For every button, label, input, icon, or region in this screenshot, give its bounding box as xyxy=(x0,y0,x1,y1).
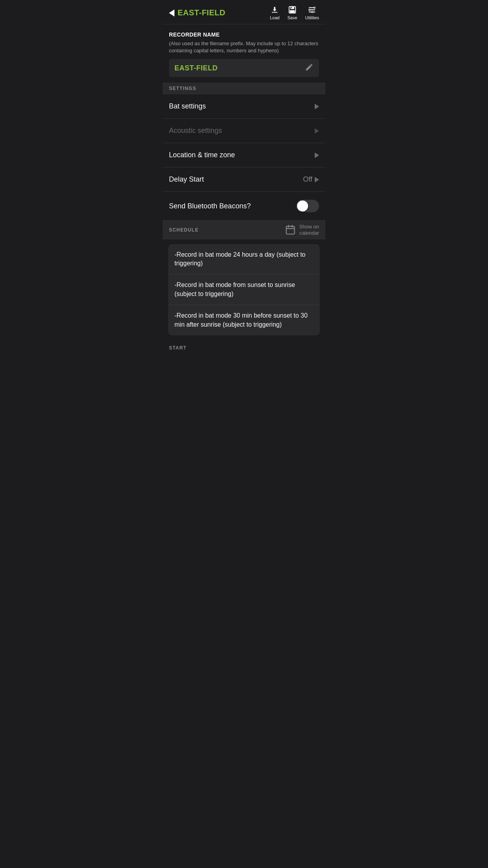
settings-list: Bat settings Acoustic settings Location … xyxy=(163,94,325,221)
delay-start-label: Delay Start xyxy=(169,175,204,184)
schedule-option-2[interactable]: -Record in bat mode from sunset to sunri… xyxy=(168,274,320,305)
recorder-name-section: RECORDER NAME (Also used as the filename… xyxy=(163,24,325,83)
load-icon xyxy=(270,6,279,14)
bluetooth-label: Send Bluetooth Beacons? xyxy=(169,202,251,210)
recorder-name-label: RECORDER NAME xyxy=(169,31,319,38)
settings-section-label: SETTINGS xyxy=(169,86,196,91)
location-timezone-right xyxy=(315,153,319,158)
recorder-name-description: (Also used as the filename prefix. May i… xyxy=(169,40,319,54)
chevron-left-icon xyxy=(169,9,174,17)
bat-settings-right xyxy=(315,104,319,109)
edit-icon[interactable] xyxy=(305,63,314,73)
bat-settings-label: Bat settings xyxy=(169,102,206,110)
bat-settings-chevron xyxy=(315,104,319,109)
bluetooth-toggle-row: Send Bluetooth Beacons? xyxy=(163,192,325,221)
acoustic-settings-label: Acoustic settings xyxy=(169,127,222,135)
toggle-thumb xyxy=(297,200,308,211)
svg-rect-4 xyxy=(291,7,292,9)
delay-start-chevron xyxy=(315,177,319,182)
schedule-section-header: SCHEDULE Show oncalendar xyxy=(163,221,325,239)
start-section: START xyxy=(163,340,325,353)
svg-rect-3 xyxy=(290,10,295,13)
save-button[interactable]: Save xyxy=(287,6,297,20)
save-icon xyxy=(288,6,297,14)
utilities-icon xyxy=(308,6,316,14)
schedule-options-list: -Record in bat mode 24 hours a day (subj… xyxy=(168,244,320,335)
delay-start-item[interactable]: Delay Start Off xyxy=(163,167,325,192)
schedule-option-1[interactable]: -Record in bat mode 24 hours a day (subj… xyxy=(168,244,320,275)
app-header: EAST-FIELD Load Save xyxy=(163,0,325,24)
save-label: Save xyxy=(287,15,297,20)
schedule-option-1-text: -Record in bat mode 24 hours a day (subj… xyxy=(174,251,306,267)
svg-rect-10 xyxy=(312,11,313,13)
schedule-option-3-text: -Record in bat mode 30 min before sunset… xyxy=(174,312,308,327)
recorder-name-value: EAST-FIELD xyxy=(174,64,218,72)
acoustic-settings-chevron xyxy=(315,128,319,134)
bat-settings-item[interactable]: Bat settings xyxy=(163,94,325,119)
svg-rect-8 xyxy=(314,7,316,9)
bluetooth-toggle[interactable] xyxy=(296,200,319,212)
schedule-option-2-text: -Record in bat mode from sunset to sunri… xyxy=(174,281,295,297)
utilities-button[interactable]: Utilities xyxy=(305,6,319,20)
recorder-name-row[interactable]: EAST-FIELD xyxy=(169,59,319,77)
svg-rect-11 xyxy=(286,226,295,234)
show-calendar-text: Show oncalendar xyxy=(299,224,319,236)
load-button[interactable]: Load xyxy=(270,6,279,20)
load-label: Load xyxy=(270,15,279,20)
svg-rect-0 xyxy=(272,12,278,13)
delay-start-value: Off xyxy=(303,175,312,184)
acoustic-settings-right xyxy=(315,128,319,134)
delay-start-right: Off xyxy=(303,175,319,184)
acoustic-settings-item[interactable]: Acoustic settings xyxy=(163,119,325,143)
header-title: EAST-FIELD xyxy=(178,8,270,17)
schedule-option-3[interactable]: -Record in bat mode 30 min before sunset… xyxy=(168,305,320,335)
header-actions: Load Save Utilities xyxy=(270,6,319,20)
calendar-icon xyxy=(285,224,296,235)
settings-section-header: SETTINGS xyxy=(163,83,325,94)
show-calendar-button[interactable]: Show oncalendar xyxy=(285,224,319,236)
start-section-label: START xyxy=(169,345,187,351)
svg-rect-2 xyxy=(290,7,294,9)
utilities-label: Utilities xyxy=(305,15,319,20)
location-timezone-label: Location & time zone xyxy=(169,151,235,159)
svg-rect-9 xyxy=(309,9,310,11)
location-timezone-item[interactable]: Location & time zone xyxy=(163,143,325,167)
back-button[interactable] xyxy=(169,9,174,17)
schedule-section-label: SCHEDULE xyxy=(169,227,199,233)
location-timezone-chevron xyxy=(315,153,319,158)
